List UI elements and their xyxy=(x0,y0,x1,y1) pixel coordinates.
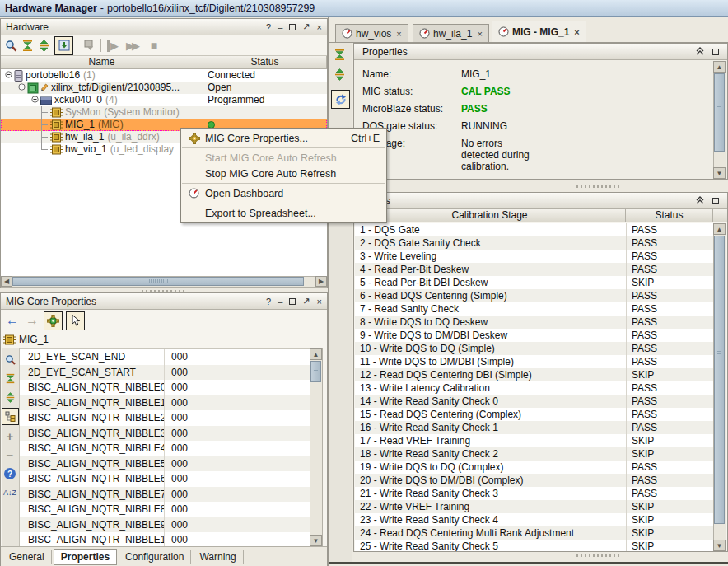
collapse-section-icon[interactable] xyxy=(696,195,704,207)
collapse-all-icon[interactable] xyxy=(2,370,18,386)
expand-handle-icon[interactable] xyxy=(31,94,39,106)
tab-mig-mig-1[interactable]: MIG - MIG_1 × xyxy=(492,21,586,42)
calibration-row[interactable]: 13 - Write Latency Calibration PASS xyxy=(355,381,714,395)
tree-row-sysmon[interactable]: SysMon (System Monitor) xyxy=(1,106,327,119)
back-icon[interactable]: ← xyxy=(4,312,21,329)
collapse-all-icon[interactable] xyxy=(19,37,35,54)
calibration-row[interactable]: 2 - DQS Gate Sanity Check PASS xyxy=(355,236,714,250)
float-icon[interactable]: ↗ xyxy=(302,21,310,32)
scroll-up-icon[interactable]: ▲ xyxy=(713,223,726,235)
calibration-row[interactable]: 1 - DQS Gate PASS xyxy=(355,223,714,236)
tab-configuration[interactable]: Configuration xyxy=(119,550,191,564)
tab-warning[interactable]: Warning xyxy=(193,550,243,564)
calibration-row[interactable]: 19 - Write DQS to DQ (Complex) PASS xyxy=(355,461,714,474)
tree-row-xcku040[interactable]: xcku040_0 (4) Programmed xyxy=(1,94,327,106)
scroll-down-icon[interactable]: ▼ xyxy=(713,540,726,551)
calibration-row[interactable]: 14 - Write Read Sanity Check 0 PASS xyxy=(355,395,714,408)
menu-item-mig-core-properties[interactable]: MIG Core Properties... Ctrl+E xyxy=(181,130,386,146)
calibration-row[interactable]: 7 - Read Sanity Check PASS xyxy=(355,302,714,316)
properties-gear-icon[interactable] xyxy=(44,311,63,330)
property-row[interactable]: BISC_ALIGN_NQTR_NIBBLE10 000 xyxy=(20,532,310,546)
calibration-row[interactable]: 23 - Write Read Sanity Check 4 SKIP xyxy=(355,513,714,526)
help-icon[interactable]: ? xyxy=(266,297,271,306)
program-device-icon[interactable] xyxy=(81,37,97,54)
property-row[interactable]: 2D_EYE_SCAN_END 000 xyxy=(20,349,310,365)
scroll-up-icon[interactable]: ▲ xyxy=(713,61,726,73)
calibration-row[interactable]: 24 - Read DQS Centering Multi Rank Adjus… xyxy=(355,526,714,540)
property-row[interactable]: BISC_ALIGN_NQTR_NIBBLE5 000 xyxy=(20,456,310,472)
property-vscrollbar[interactable]: ▲ ▼ xyxy=(310,348,323,546)
calibration-row[interactable]: 18 - Write Read Sanity Check 2 SKIP xyxy=(355,447,714,461)
expand-all-icon[interactable] xyxy=(2,389,18,405)
property-row[interactable]: BISC_ALIGN_NQTR_NIBBLE4 000 xyxy=(20,441,310,456)
minimize-icon[interactable]: – xyxy=(278,297,282,306)
scroll-right-icon[interactable]: ▶ xyxy=(315,276,327,287)
scroll-up-icon[interactable]: ▲ xyxy=(310,348,322,360)
calibration-row[interactable]: 6 - Read DQS Centering (Simple) PASS xyxy=(355,289,714,302)
property-row[interactable]: BISC_ALIGN_NQTR_NIBBLE1 000 xyxy=(20,395,310,411)
expand-handle-icon[interactable] xyxy=(18,82,26,94)
menu-item-open-dashboard[interactable]: Open Dashboard xyxy=(181,185,386,201)
run-all-icon[interactable]: ▶▶ xyxy=(121,37,142,54)
section-splitter[interactable] xyxy=(576,554,621,557)
expand-all-icon[interactable] xyxy=(331,67,348,83)
collapse-section-icon[interactable] xyxy=(696,46,704,58)
close-tab-icon[interactable]: × xyxy=(396,29,401,39)
calibration-row[interactable]: 8 - Write DQS to DQ Deskew PASS xyxy=(355,316,714,329)
vscroll-thumb[interactable] xyxy=(714,73,725,152)
remove-icon[interactable]: − xyxy=(2,447,18,463)
search-icon[interactable] xyxy=(2,37,19,54)
calibration-row[interactable]: 9 - Write DQS to DM/DBI Deskew PASS xyxy=(355,329,714,342)
tab-hw-vios[interactable]: hw_vios × xyxy=(335,24,408,42)
calibration-vscrollbar[interactable]: ▲ ▼ xyxy=(713,223,726,551)
tree-row-portobello16[interactable]: portobello16 (1) Connected xyxy=(1,69,327,82)
calibration-row[interactable]: 21 - Write Read Sanity Check 3 PASS xyxy=(355,487,714,500)
maximize-section-icon[interactable] xyxy=(712,198,719,204)
calibration-row[interactable]: 22 - Write VREF Training SKIP xyxy=(355,500,714,513)
menu-item-stop-auto-refresh[interactable]: Stop MIG Core Auto Refresh xyxy=(181,166,386,181)
minimize-icon[interactable]: – xyxy=(278,22,282,32)
calibration-row[interactable]: 17 - Read VREF Training SKIP xyxy=(355,434,714,447)
calibration-row[interactable]: 11 - Write DQS to DM/DBI (Simple) PASS xyxy=(355,355,714,368)
property-row[interactable]: BISC_ALIGN_NQTR_NIBBLE8 000 xyxy=(20,502,310,517)
expand-all-icon[interactable] xyxy=(35,37,52,54)
collapse-all-icon[interactable] xyxy=(331,46,348,63)
calibration-row[interactable]: 4 - Read Per-Bit Deskew PASS xyxy=(355,263,714,276)
column-calibration-stage[interactable]: Calibration Stage xyxy=(354,209,626,222)
vscroll-thumb[interactable] xyxy=(310,361,321,382)
calibration-row[interactable]: 3 - Write Leveling PASS xyxy=(355,250,714,263)
calibration-row[interactable]: 15 - Read DQS Centering (Complex) PASS xyxy=(355,408,714,421)
calibration-row[interactable]: 10 - Write DQS to DQ (Simple) PASS xyxy=(355,342,714,355)
hscroll-thumb[interactable] xyxy=(12,277,304,286)
close-tab-icon[interactable]: × xyxy=(477,29,482,39)
maximize-section-icon[interactable] xyxy=(712,49,719,55)
property-row[interactable]: BISC_ALIGN_NQTR_NIBBLE0 000 xyxy=(20,380,310,395)
tree-hscrollbar[interactable]: ◀ ▶ xyxy=(1,276,327,288)
property-row[interactable]: BISC_ALIGN_NQTR_NIBBLE7 000 xyxy=(20,487,310,503)
tab-properties[interactable]: Properties xyxy=(54,549,117,565)
sort-alphabetical-icon[interactable]: A↓Z xyxy=(2,484,18,501)
calibration-row[interactable]: 16 - Write Read Sanity Check 1 PASS xyxy=(355,421,714,434)
calibration-row[interactable]: 5 - Read Per-Bit DBI Deskew SKIP xyxy=(355,276,714,289)
expand-handle-icon[interactable] xyxy=(5,69,12,82)
calibration-row[interactable]: 25 - Write Read Sanity Check 5 SKIP xyxy=(355,540,714,551)
scroll-down-icon[interactable]: ▼ xyxy=(713,167,726,179)
help-icon[interactable]: ? xyxy=(2,465,18,482)
add-icon[interactable]: + xyxy=(2,428,18,444)
tab-general[interactable]: General xyxy=(2,550,52,564)
group-by-icon[interactable] xyxy=(2,408,19,425)
close-tab-icon[interactable]: × xyxy=(574,27,579,37)
menu-item-export-to-spreadsheet[interactable]: Export to Spreadsheet... xyxy=(181,205,386,221)
calibration-row[interactable]: 12 - Read DQS Centering DBI (Simple) SKI… xyxy=(355,368,714,381)
column-status[interactable]: Status xyxy=(203,56,327,68)
maximize-icon[interactable] xyxy=(289,24,296,30)
float-icon[interactable]: ↗ xyxy=(302,296,310,306)
calibration-row[interactable]: 20 - Write DQS to DM/DBI (Complex) PASS xyxy=(355,474,714,487)
tree-row-xilinx-tcf[interactable]: xilinx_tcf/Digilent/21030895... Open xyxy=(1,82,327,94)
section-splitter[interactable] xyxy=(576,185,621,188)
column-status[interactable]: Status xyxy=(626,209,713,222)
property-row[interactable]: 2D_EYE_SCAN_START 000 xyxy=(20,365,310,381)
run-trigger-icon[interactable]: ▶ xyxy=(105,37,121,54)
close-icon[interactable]: × xyxy=(317,297,322,306)
help-icon[interactable]: ? xyxy=(266,22,271,32)
